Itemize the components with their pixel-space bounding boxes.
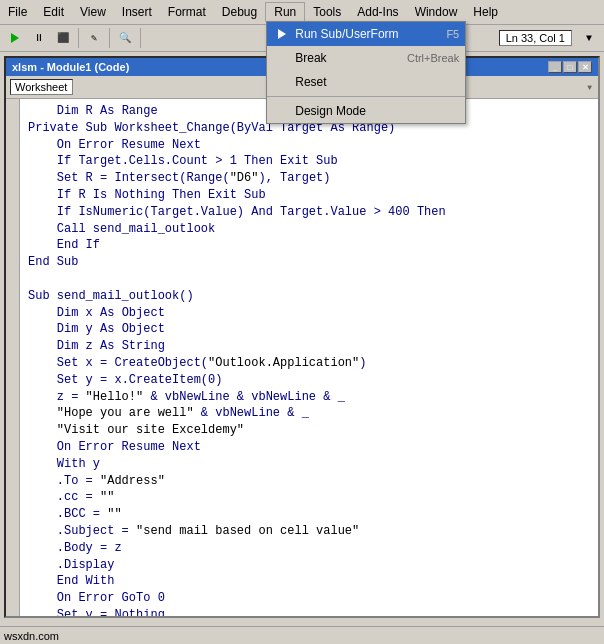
- toolbar-dropdown-btn[interactable]: ▼: [578, 27, 600, 49]
- location-text: Ln 33, Col 1: [506, 32, 565, 44]
- reset-label: Reset: [295, 75, 459, 89]
- code-win-max[interactable]: □: [563, 61, 577, 73]
- left-margin: [6, 99, 20, 616]
- toolbar-stop-btn[interactable]: ⬛: [52, 27, 74, 49]
- menu-format[interactable]: Format: [160, 3, 214, 21]
- code-win-min[interactable]: _: [548, 61, 562, 73]
- run-dropdown: Run Sub/UserForm F5 Break Ctrl+Break Res…: [266, 21, 466, 124]
- status-text: wsxdn.com: [4, 630, 59, 642]
- design-mode-icon: [273, 102, 291, 120]
- object-dropdown-wrapper: Worksheet ▼: [10, 79, 300, 95]
- menu-addins[interactable]: Add-Ins: [349, 3, 406, 21]
- location-info: Ln 33, Col 1: [499, 30, 572, 46]
- design-mode-label: Design Mode: [295, 104, 459, 118]
- reset-item[interactable]: Reset: [267, 70, 465, 94]
- toolbar-sep2: [109, 28, 110, 48]
- code-window: xlsm - Module1 (Code) _ □ ✕ Worksheet ▼ …: [4, 56, 600, 618]
- toolbar-sep1: [78, 28, 79, 48]
- toolbar-sep3: [140, 28, 141, 48]
- code-with-margin: Dim R As Range Private Sub Worksheet_Cha…: [6, 99, 598, 616]
- toolbar-design-btn[interactable]: ✎: [83, 27, 105, 49]
- toolbar-run-btn[interactable]: [4, 27, 26, 49]
- code-window-controls: _ □ ✕: [548, 61, 592, 73]
- menu-separator: [267, 96, 465, 97]
- run-sub-label: Run Sub/UserForm: [295, 27, 426, 41]
- code-window-title-text: xlsm - Module1 (Code): [12, 61, 129, 73]
- menu-debug[interactable]: Debug: [214, 3, 265, 21]
- menu-edit[interactable]: Edit: [35, 3, 72, 21]
- menu-insert[interactable]: Insert: [114, 3, 160, 21]
- status-bar: wsxdn.com: [0, 626, 604, 644]
- code-content: Dim R As Range Private Sub Worksheet_Cha…: [28, 103, 590, 616]
- menu-bar: File Edit View Insert Format Debug Run R…: [0, 0, 604, 25]
- reset-icon: [273, 73, 291, 91]
- vbe-outer: xlsm - Module1 (Code) _ □ ✕ Worksheet ▼ …: [0, 52, 604, 622]
- break-shortcut: Ctrl+Break: [407, 52, 459, 64]
- menu-tools[interactable]: Tools: [305, 3, 349, 21]
- code-win-close[interactable]: ✕: [578, 61, 592, 73]
- run-sub-shortcut: F5: [446, 28, 459, 40]
- break-label: Break: [295, 51, 387, 65]
- menu-help[interactable]: Help: [465, 3, 506, 21]
- toolbar-pause-btn[interactable]: ⏸: [28, 27, 50, 49]
- proc-dropdown-arrow: ▼: [587, 83, 592, 92]
- run-sub-item[interactable]: Run Sub/UserForm F5: [267, 22, 465, 46]
- menu-file[interactable]: File: [0, 3, 35, 21]
- toolbar-find-btn[interactable]: 🔍: [114, 27, 136, 49]
- code-area[interactable]: Dim R As Range Private Sub Worksheet_Cha…: [20, 99, 598, 616]
- break-icon: [273, 49, 291, 67]
- object-dropdown[interactable]: Worksheet: [10, 79, 73, 95]
- design-mode-item[interactable]: Design Mode: [267, 99, 465, 123]
- menu-view[interactable]: View: [72, 3, 114, 21]
- menu-run[interactable]: Run Run Sub/UserForm F5 Break Ctrl+Break…: [265, 2, 305, 22]
- break-item[interactable]: Break Ctrl+Break: [267, 46, 465, 70]
- menu-window[interactable]: Window: [407, 3, 466, 21]
- play-icon: [273, 25, 291, 43]
